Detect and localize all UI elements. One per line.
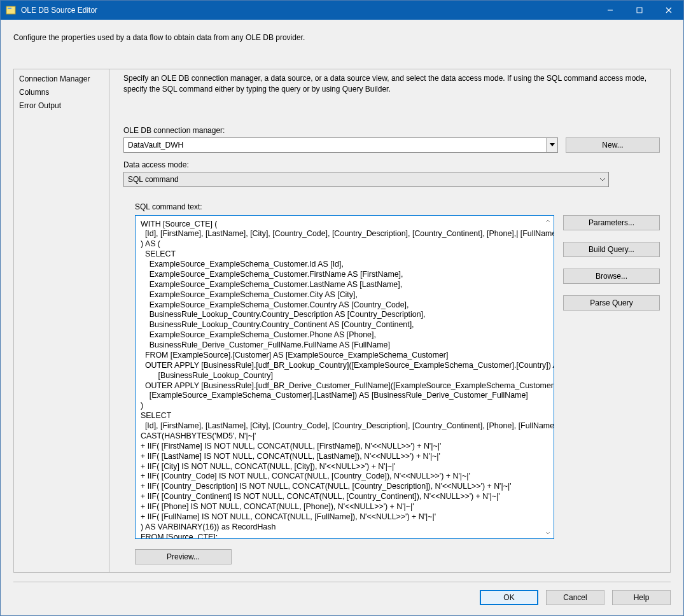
footer-bar: OK Cancel Help <box>13 582 671 615</box>
main-panel: Connection Manager Columns Error Output … <box>13 69 671 573</box>
svg-rect-3 <box>637 8 642 13</box>
conn-manager-combo[interactable]: DataVault_DWH <box>123 137 558 153</box>
intro-text: Configure the properties used by a data … <box>13 32 671 43</box>
build-query-button[interactable]: Build Query... <box>563 242 660 257</box>
parse-query-button[interactable]: Parse Query <box>563 295 660 311</box>
maximize-button[interactable] <box>625 1 654 20</box>
right-pane: Specify an OLE DB connection manager, a … <box>109 69 670 572</box>
window-controls <box>596 1 683 20</box>
sql-side-buttons: Parameters... Build Query... Browse... P… <box>563 215 660 539</box>
side-nav: Connection Manager Columns Error Output <box>14 69 109 572</box>
data-access-mode-combo[interactable]: SQL command <box>123 172 609 187</box>
window-title: OLE DB Source Editor <box>21 6 596 15</box>
dialog-window: OLE DB Source Editor Configure the prope… <box>0 0 684 616</box>
svg-marker-6 <box>550 143 555 146</box>
data-access-mode-value: SQL command <box>124 175 597 184</box>
conn-manager-label: OLE DB connection manager: <box>123 126 660 135</box>
minimize-button[interactable] <box>596 1 625 20</box>
preview-button[interactable]: Preview... <box>135 549 232 564</box>
conn-manager-value: DataVault_DWH <box>124 141 546 150</box>
svg-rect-1 <box>8 8 11 9</box>
sql-command-textarea[interactable]: WITH [Source_CTE] ( [Id], [FirstName], [… <box>135 215 554 539</box>
svg-rect-0 <box>6 6 15 14</box>
browse-button[interactable]: Browse... <box>563 269 660 284</box>
nav-connection-manager[interactable]: Connection Manager <box>14 73 109 87</box>
new-connection-button[interactable]: New... <box>566 137 660 153</box>
pane-description: Specify an OLE DB connection manager, a … <box>123 73 660 95</box>
chevron-down-icon[interactable] <box>546 138 557 152</box>
sql-command-label: SQL command text: <box>135 202 660 211</box>
parameters-button[interactable]: Parameters... <box>563 215 660 230</box>
sql-command-text[interactable]: WITH [Source_CTE] ( [Id], [FirstName], [… <box>136 216 554 538</box>
cancel-button[interactable]: Cancel <box>546 590 604 605</box>
nav-error-output[interactable]: Error Output <box>14 100 109 113</box>
chevron-down-icon[interactable] <box>597 172 608 186</box>
nav-columns[interactable]: Columns <box>14 87 109 100</box>
titlebar[interactable]: OLE DB Source Editor <box>1 1 683 20</box>
scroll-up-icon[interactable] <box>543 217 552 226</box>
help-button[interactable]: Help <box>612 590 671 605</box>
close-button[interactable] <box>654 1 683 20</box>
data-access-mode-label: Data access mode: <box>123 160 660 169</box>
scroll-down-icon[interactable] <box>543 528 552 537</box>
app-icon <box>6 5 16 15</box>
ok-button[interactable]: OK <box>480 590 538 605</box>
content-area: Configure the properties used by a data … <box>1 20 683 615</box>
